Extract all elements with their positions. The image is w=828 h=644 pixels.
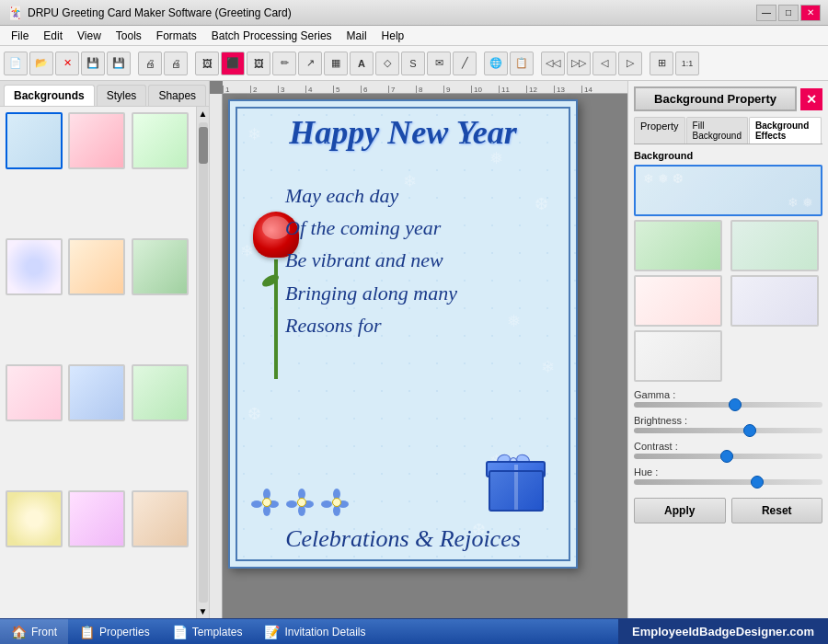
menu-edit[interactable]: Edit xyxy=(36,28,70,44)
tb-zoom[interactable]: 1:1 xyxy=(675,52,699,75)
tb-nav3[interactable]: ◁ xyxy=(592,52,616,75)
bg-thumb-7[interactable] xyxy=(6,364,63,421)
tb-open[interactable]: 📂 xyxy=(29,52,53,75)
tb-arrow[interactable]: ↗ xyxy=(298,52,322,75)
tb-nav2[interactable]: ▷▷ xyxy=(567,52,591,75)
petal xyxy=(251,500,262,508)
prop-tab-property[interactable]: Property xyxy=(634,117,685,144)
ruler-tick: 7 xyxy=(388,86,416,93)
statusbar-tab-invitation[interactable]: 📝 Invitation Details xyxy=(253,619,376,644)
ruler-tick: 11 xyxy=(499,86,526,93)
tb-world[interactable]: 🌐 xyxy=(484,52,508,75)
bg-thumb-1[interactable] xyxy=(6,112,63,169)
gamma-thumb[interactable] xyxy=(729,398,742,411)
ruler-tick: 6 xyxy=(361,86,388,93)
menu-tools[interactable]: Tools xyxy=(109,28,149,44)
tb-line[interactable]: ╱ xyxy=(453,52,477,75)
tb-nav1[interactable]: ◁◁ xyxy=(541,52,565,75)
ruler-tick: 10 xyxy=(471,86,499,93)
tb-image2[interactable]: ⬛ xyxy=(221,52,245,75)
gift-body xyxy=(489,470,544,512)
tb-shape2[interactable]: S xyxy=(401,52,425,75)
tb-save[interactable]: 💾 xyxy=(81,52,105,75)
prop-tab-effects[interactable]: Background Effects xyxy=(749,117,822,144)
bg-thumb-9[interactable] xyxy=(132,364,189,421)
tb-edit[interactable]: ✏ xyxy=(272,52,296,75)
hue-slider-section: Hue : xyxy=(634,466,822,485)
bg-thumb-5[interactable] xyxy=(68,238,125,295)
flower-2 xyxy=(288,489,316,516)
bg-thumb-4[interactable] xyxy=(6,238,63,295)
property-panel-header: Background Property ✕ xyxy=(634,86,822,111)
tb-shape1[interactable]: ◇ xyxy=(375,52,399,75)
brightness-track[interactable] xyxy=(634,428,822,433)
menu-formats[interactable]: Formats xyxy=(149,28,204,44)
contrast-thumb[interactable] xyxy=(720,450,733,463)
tb-nav4[interactable]: ▷ xyxy=(618,52,642,75)
ruler-tick: 8 xyxy=(416,86,443,93)
tb-print[interactable]: 🖨 xyxy=(138,52,162,75)
hue-track[interactable] xyxy=(634,479,822,485)
titlebar: 🃏 DRPU Greeting Card Maker Software (Gre… xyxy=(0,0,828,26)
bg-thumb-3[interactable] xyxy=(132,112,189,169)
contrast-track[interactable] xyxy=(634,454,822,459)
right-thumb-6[interactable] xyxy=(634,330,722,382)
scroll-thumb[interactable] xyxy=(199,127,208,164)
tb-image3[interactable]: 🖼 xyxy=(247,52,270,75)
tab-backgrounds[interactable]: Backgrounds xyxy=(4,85,95,106)
bg-thumb-6[interactable] xyxy=(132,238,189,295)
menu-view[interactable]: View xyxy=(70,28,109,44)
ruler-tick: 3 xyxy=(278,86,305,93)
flower-decoration xyxy=(253,489,351,516)
right-thumb-5[interactable] xyxy=(730,275,819,327)
left-scrollbar[interactable]: ▲ ▼ xyxy=(196,107,209,618)
bg-thumb-12[interactable] xyxy=(132,490,189,547)
statusbar-tab-templates[interactable]: 📄 Templates xyxy=(161,619,254,644)
menu-file[interactable]: File xyxy=(4,28,36,44)
menu-help[interactable]: Help xyxy=(374,28,412,44)
gamma-track[interactable] xyxy=(634,402,822,408)
right-thumb-2[interactable] xyxy=(634,220,722,271)
branding-text: EmployeeIdBadgeDesigner.com xyxy=(618,619,828,644)
tb-close[interactable]: ✕ xyxy=(55,52,79,75)
hue-thumb[interactable] xyxy=(751,476,764,489)
tb-print2[interactable]: 🖨 xyxy=(164,52,188,75)
scroll-down-icon[interactable]: ▼ xyxy=(197,604,209,618)
tab-shapes[interactable]: Shapes xyxy=(148,85,206,106)
property-close-button[interactable]: ✕ xyxy=(800,88,822,110)
brightness-thumb[interactable] xyxy=(743,424,756,437)
apply-button[interactable]: Apply xyxy=(634,498,726,523)
right-thumb-main[interactable]: ❄ ❅ ❆ ❄ ❅ xyxy=(634,165,822,216)
close-button[interactable]: ✕ xyxy=(800,5,821,21)
background-section-label: Background xyxy=(634,150,822,161)
background-property-button[interactable]: Background Property xyxy=(634,86,797,111)
tb-image1[interactable]: 🖼 xyxy=(195,52,219,75)
menu-batch[interactable]: Batch Processing Series xyxy=(204,28,339,44)
bg-thumb-11[interactable] xyxy=(68,490,125,547)
tb-grid[interactable]: ⊞ xyxy=(650,52,673,75)
scroll-up-icon[interactable]: ▲ xyxy=(197,107,209,121)
bg-thumb-2[interactable] xyxy=(68,112,125,169)
reset-button[interactable]: Reset xyxy=(731,498,823,523)
tb-new[interactable]: 📄 xyxy=(4,52,28,75)
right-thumb-3[interactable] xyxy=(730,220,819,271)
tab-styles[interactable]: Styles xyxy=(97,85,147,106)
tb-text[interactable]: A xyxy=(350,52,374,75)
minimize-button[interactable]: — xyxy=(756,5,776,21)
flower-center xyxy=(262,498,271,507)
tb-clipboard[interactable]: 📋 xyxy=(510,52,534,75)
maximize-button[interactable]: □ xyxy=(778,5,799,21)
tb-save2[interactable]: 💾 xyxy=(107,52,131,75)
canvas-area: 1 2 3 4 5 6 7 8 9 10 11 12 13 14 ❄ xyxy=(210,81,627,618)
menu-mail[interactable]: Mail xyxy=(339,28,374,44)
bg-thumb-10[interactable] xyxy=(6,490,63,547)
templates-label: Templates xyxy=(192,626,243,638)
tb-barcode[interactable]: ▦ xyxy=(324,52,348,75)
statusbar-tab-properties[interactable]: 📋 Properties xyxy=(68,619,161,644)
tb-email[interactable]: ✉ xyxy=(427,52,451,75)
bg-thumb-8[interactable] xyxy=(68,364,125,421)
prop-tab-fill[interactable]: Fill Background xyxy=(686,117,748,144)
gamma-slider-section: Gamma : xyxy=(634,389,822,408)
statusbar-tab-front[interactable]: 🏠 Front xyxy=(0,619,68,644)
right-thumb-4[interactable] xyxy=(634,275,722,327)
